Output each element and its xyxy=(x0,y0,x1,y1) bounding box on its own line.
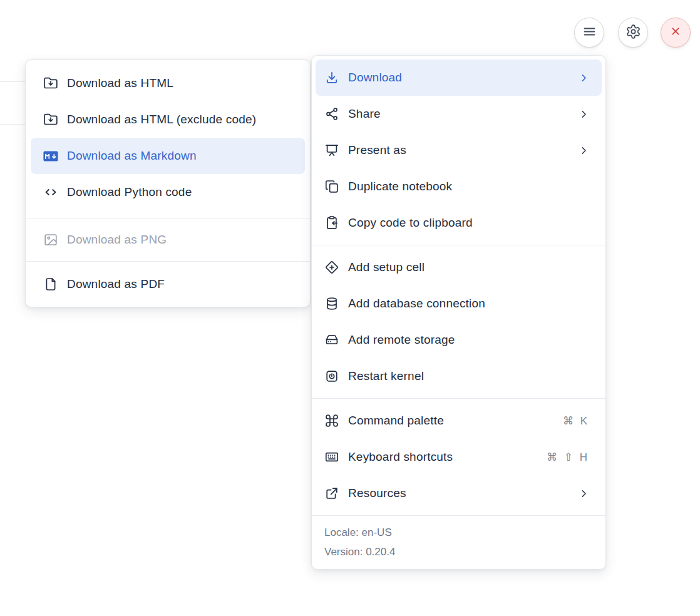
background-divider xyxy=(0,124,26,125)
close-button[interactable] xyxy=(661,18,691,48)
menu-item-present-as[interactable]: Present as xyxy=(316,132,602,168)
notebook-menu: Download Share Present as xyxy=(311,55,606,570)
gear-icon xyxy=(625,24,641,42)
duplicate-icon xyxy=(324,179,339,194)
menu-item-duplicate-notebook[interactable]: Duplicate notebook xyxy=(316,168,602,205)
chevron-right-icon xyxy=(579,109,589,120)
menu-item-copy-code[interactable]: Copy code to clipboard xyxy=(316,205,602,241)
submenu-item-label: Download Python code xyxy=(67,185,295,199)
menu-item-label: Download xyxy=(348,71,570,85)
menu-item-add-setup-cell[interactable]: Add setup cell xyxy=(316,249,602,285)
database-icon xyxy=(324,296,339,311)
share-icon xyxy=(324,106,339,121)
menu-item-label: Duplicate notebook xyxy=(348,180,589,193)
submenu-item-download-html-exclude-code[interactable]: Download as HTML (exclude code) xyxy=(31,101,305,138)
menu-item-share[interactable]: Share xyxy=(316,96,602,132)
menu-item-label: Add database connection xyxy=(348,297,589,311)
menu-item-label: Share xyxy=(348,107,570,121)
close-icon xyxy=(669,24,682,41)
menu-item-label: Restart kernel xyxy=(348,369,589,383)
menu-item-add-database-connection[interactable]: Add database connection xyxy=(316,285,602,322)
background-divider xyxy=(0,81,26,82)
settings-button[interactable] xyxy=(618,18,648,48)
keyboard-icon xyxy=(324,449,339,465)
shortcut-hint: ⌘ ⇧ H xyxy=(547,451,589,464)
shortcut-hint: ⌘ K xyxy=(563,414,589,428)
menu-item-label: Copy code to clipboard xyxy=(348,216,589,230)
menu-item-restart-kernel[interactable]: Restart kernel xyxy=(316,358,602,394)
diamond-plus-icon xyxy=(324,260,339,275)
submenu-item-label: Download as PDF xyxy=(67,277,295,291)
file-icon xyxy=(43,277,58,292)
menu-item-download[interactable]: Download xyxy=(316,59,602,96)
menu-item-label: Add remote storage xyxy=(348,333,589,347)
menu-item-command-palette[interactable]: Command palette ⌘ K xyxy=(316,403,602,439)
download-icon xyxy=(324,70,339,85)
menu-item-keyboard-shortcuts[interactable]: Keyboard shortcuts ⌘ ⇧ H xyxy=(316,439,602,475)
download-submenu: Download as HTML Download as HTML (exclu… xyxy=(25,59,311,307)
hard-drive-icon xyxy=(324,332,339,347)
menu-item-label: Keyboard shortcuts xyxy=(348,450,538,464)
folder-download-icon xyxy=(43,76,58,91)
version-text: Version: 0.20.4 xyxy=(324,542,593,562)
hamburger-icon xyxy=(582,24,597,42)
clipboard-copy-icon xyxy=(324,215,339,230)
submenu-item-download-png[interactable]: Download as PNG xyxy=(31,222,305,258)
menu-item-label: Command palette xyxy=(348,414,554,428)
submenu-item-download-python-code[interactable]: Download Python code xyxy=(31,174,305,210)
menu-item-label: Present as xyxy=(348,143,570,157)
submenu-item-download-html[interactable]: Download as HTML xyxy=(31,65,305,101)
menu-item-label: Add setup cell xyxy=(348,260,589,274)
external-link-icon xyxy=(324,486,339,501)
image-icon xyxy=(43,232,58,247)
chevron-right-icon xyxy=(579,488,589,499)
submenu-item-label: Download as PNG xyxy=(67,233,295,247)
chevron-right-icon xyxy=(579,73,589,83)
submenu-item-label: Download as HTML (exclude code) xyxy=(67,113,295,126)
menu-item-add-remote-storage[interactable]: Add remote storage xyxy=(316,322,602,358)
locale-text: Locale: en-US xyxy=(324,523,593,542)
menu-item-resources[interactable]: Resources xyxy=(316,475,602,511)
submenu-item-download-markdown[interactable]: Download as Markdown xyxy=(31,138,305,174)
power-icon xyxy=(324,369,339,384)
command-icon xyxy=(324,413,339,428)
menu-button[interactable] xyxy=(574,18,604,48)
presentation-icon xyxy=(324,143,339,158)
folder-download-icon xyxy=(43,112,58,127)
markdown-icon xyxy=(43,148,58,163)
menu-footer: Locale: en-US Version: 0.20.4 xyxy=(312,516,605,569)
chevron-right-icon xyxy=(579,145,589,156)
code-icon xyxy=(43,185,58,200)
submenu-item-download-pdf[interactable]: Download as PDF xyxy=(31,266,305,302)
submenu-item-label: Download as Markdown xyxy=(67,149,295,163)
submenu-item-label: Download as HTML xyxy=(67,76,295,90)
menu-item-label: Resources xyxy=(348,486,570,500)
